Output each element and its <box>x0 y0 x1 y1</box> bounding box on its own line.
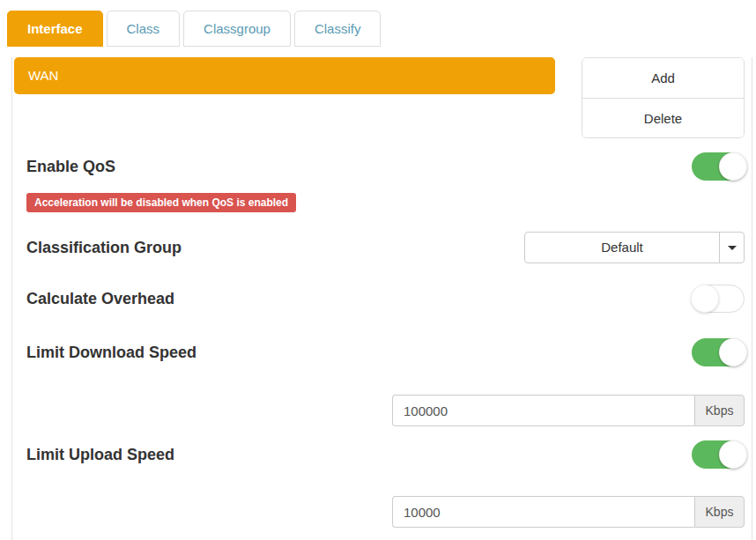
dropdown-caret-button[interactable] <box>719 233 744 263</box>
chevron-down-icon <box>728 246 737 250</box>
limit-upload-row: Limit Upload Speed <box>14 440 745 469</box>
tab-content-panel: WAN Add Delete Enable QoS Acceleration w… <box>11 57 752 540</box>
enable-qos-toggle[interactable] <box>692 152 745 181</box>
tab-class[interactable]: Class <box>107 11 181 47</box>
tab-interface[interactable]: Interface <box>7 11 103 47</box>
upload-speed-input[interactable] <box>392 496 694 528</box>
download-speed-input-row: Kbps <box>14 395 745 426</box>
calculate-overhead-row: Calculate Overhead <box>14 285 745 313</box>
classification-group-row: Classification Group Default <box>14 232 745 263</box>
interface-list-item-wan[interactable]: WAN <box>14 57 555 94</box>
upload-speed-input-row: Kbps <box>14 496 745 528</box>
limit-download-row: Limit Download Speed <box>14 338 745 366</box>
add-button[interactable]: Add <box>582 58 744 98</box>
classification-group-value: Default <box>525 233 719 263</box>
limit-upload-label: Limit Upload Speed <box>14 446 174 464</box>
tab-bar: Interface Class Classgroup Classify <box>0 0 756 47</box>
toggle-knob <box>719 338 747 366</box>
limit-download-toggle[interactable] <box>692 338 745 366</box>
qos-warning-badge: Acceleration will be disabled when QoS i… <box>26 193 296 212</box>
toggle-knob <box>691 285 719 313</box>
limit-upload-toggle[interactable] <box>692 440 745 469</box>
download-speed-unit: Kbps <box>694 395 745 426</box>
tab-classgroup[interactable]: Classgroup <box>183 11 291 47</box>
enable-qos-label: Enable QoS <box>14 158 115 176</box>
calculate-overhead-label: Calculate Overhead <box>14 290 174 308</box>
upload-speed-input-group: Kbps <box>392 496 745 528</box>
download-speed-input[interactable] <box>392 395 694 426</box>
tab-classify[interactable]: Classify <box>294 11 382 47</box>
classification-group-select[interactable]: Default <box>524 232 745 263</box>
classification-group-label: Classification Group <box>14 239 182 257</box>
delete-button[interactable]: Delete <box>582 98 744 137</box>
toggle-knob <box>719 152 747 181</box>
toggle-knob <box>719 440 747 469</box>
limit-download-label: Limit Download Speed <box>14 344 196 362</box>
calculate-overhead-toggle[interactable] <box>692 285 745 313</box>
interface-actions-row: WAN Add Delete <box>14 57 745 138</box>
download-speed-input-group: Kbps <box>392 395 745 426</box>
upload-speed-unit: Kbps <box>694 496 745 528</box>
interface-action-buttons: Add Delete <box>582 57 745 138</box>
enable-qos-row: Enable QoS <box>14 152 745 181</box>
qos-warning-row: Acceleration will be disabled when QoS i… <box>14 193 745 212</box>
